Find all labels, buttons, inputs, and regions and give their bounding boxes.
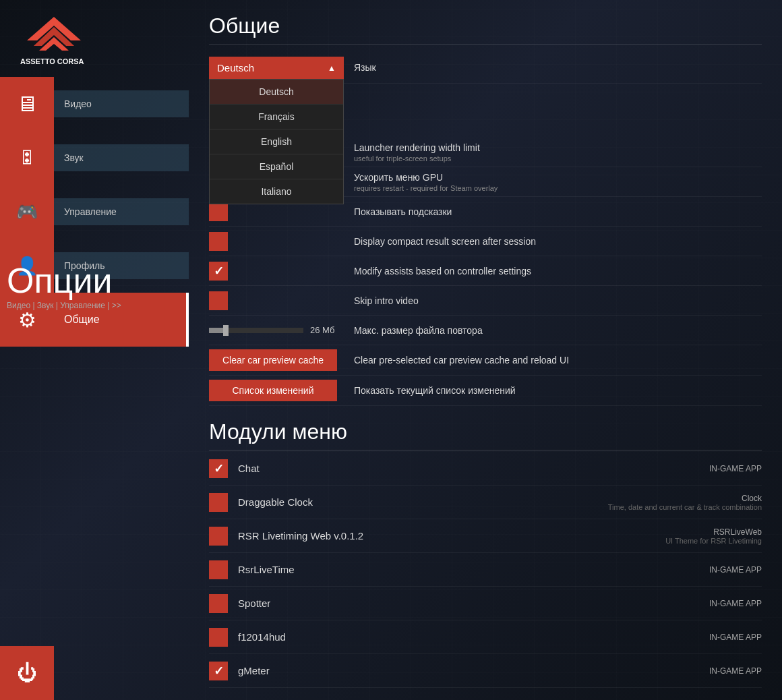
options-section: Опции Видео | Звук | Управление | >> — [7, 263, 121, 310]
replay-slider-fill — [209, 328, 223, 333]
module-checkbox-rsr-live[interactable] — [209, 560, 228, 579]
clear-cache-control: Clear car preview cache — [209, 349, 344, 371]
sidebar: ASSETTO CORSA 🖥 Видео 🎛 Звук 🎮 Управлени… — [0, 0, 189, 700]
language-row: Deutsch ▲ Deutsch Français English Españ… — [209, 51, 762, 84]
dropdown-header[interactable]: Deutsch ▲ — [209, 57, 344, 79]
clear-cache-button[interactable]: Clear car preview cache — [209, 349, 337, 371]
changelog-button[interactable]: Список изменений — [209, 380, 337, 401]
module-row-rsr-live: RsrLiveTime IN-GAME APP — [209, 553, 762, 587]
replay-slider-thumb[interactable] — [223, 325, 229, 336]
skip-intro-label: Skip intro video — [354, 295, 762, 306]
replay-slider-track[interactable] — [209, 328, 303, 333]
video-icon-box[interactable]: 🖥 — [0, 77, 54, 131]
modify-assists-row: Modify assists based on controller setti… — [209, 256, 762, 286]
module-name-clock: Draggable Clock — [238, 496, 598, 508]
replay-size-row: 26 Мб Макс. размер файла повтора — [209, 316, 762, 345]
module-tag-rsr-live: IN-GAME APP — [709, 565, 762, 575]
compact-result-checkbox[interactable] — [209, 232, 228, 251]
controls-label[interactable]: Управление — [54, 198, 189, 225]
module-name-rsr-web: RSR Livetiming Web v.0.1.2 — [238, 530, 655, 542]
sound-icon-box[interactable]: 🎛 — [0, 131, 54, 185]
modules-section-title: Модули меню — [209, 419, 762, 450]
module-row-gmeter: gMeter IN-GAME APP — [209, 654, 762, 688]
skip-intro-control — [209, 291, 344, 310]
modify-assists-control — [209, 262, 344, 281]
module-tag-f12014: IN-GAME APP — [709, 633, 762, 642]
replay-size-label: Макс. размер файла повтора — [354, 325, 762, 336]
main-content: Общие Deutsch ▲ Deutsch Français English… — [189, 0, 782, 700]
modify-assists-label: Modify assists based on controller setti… — [354, 266, 762, 276]
module-row-clock: Draggable Clock Clock Time, date and cur… — [209, 486, 762, 519]
module-tag-rsr-web: RSRLiveWeb UI Theme for RSR Livetiming — [665, 527, 762, 545]
module-checkbox-f12014[interactable] — [209, 628, 228, 647]
options-title: Опции — [7, 263, 121, 298]
chevron-up-icon: ▲ — [328, 63, 336, 73]
assetto-corsa-logo: ASSETTO CORSA — [13, 13, 94, 67]
replay-slider-value: 26 Мб — [310, 325, 344, 335]
compact-result-label: Display compact result screen after sess… — [354, 236, 762, 247]
lang-option-english[interactable]: English — [210, 129, 343, 154]
lang-option-italiano[interactable]: Italiano — [210, 179, 343, 204]
show-hints-checkbox[interactable] — [209, 202, 228, 221]
module-tag-chat: IN-GAME APP — [709, 464, 762, 473]
clear-cache-row: Clear car preview cache Clear pre-select… — [209, 345, 762, 376]
modify-assists-checkbox[interactable] — [209, 262, 228, 281]
module-row-chat: Chat IN-GAME APP — [209, 452, 762, 486]
language-control: Deutsch ▲ Deutsch Français English Españ… — [209, 57, 344, 79]
logo-area: ASSETTO CORSA — [0, 0, 189, 77]
clear-cache-desc: Clear pre-selected car preview cache and… — [354, 355, 762, 366]
video-label[interactable]: Видео — [54, 90, 189, 117]
lang-option-deutsch[interactable]: Deutsch — [210, 80, 343, 105]
sound-icon: 🎛 — [19, 148, 35, 167]
module-checkbox-gmeter[interactable] — [209, 662, 228, 680]
module-row-spotter: Spotter IN-GAME APP — [209, 587, 762, 620]
changelog-desc: Показать текущий список изменений — [354, 385, 762, 396]
sound-label[interactable]: Звук — [54, 144, 189, 171]
module-name-gmeter: gMeter — [238, 665, 699, 676]
dropdown-selected: Deutsch — [217, 62, 254, 74]
options-breadcrumb: Видео | Звук | Управление | >> — [7, 301, 121, 310]
module-tag-clock: Clock Time, date and current car & track… — [608, 494, 762, 511]
module-row-f12014: f12014hud IN-GAME APP — [209, 620, 762, 654]
module-name-spotter: Spotter — [238, 597, 699, 609]
show-hints-label: Показывать подсказки — [354, 206, 762, 217]
power-icon: ⏻ — [17, 662, 37, 684]
power-icon-box[interactable]: ⏻ — [0, 646, 54, 700]
changelog-row: Список изменений Показать текущий список… — [209, 376, 762, 406]
controls-icon-box[interactable]: 🎮 — [0, 185, 54, 239]
lang-option-francais[interactable]: Français — [210, 105, 343, 129]
language-dropdown-list: Deutsch Français English Español Italian… — [209, 79, 344, 204]
replay-slider-container: 26 Мб — [209, 325, 344, 335]
module-tag-gmeter: IN-GAME APP — [709, 666, 762, 676]
launcher-rendering-label: Launcher rendering width limit useful fo… — [354, 142, 762, 163]
svg-text:ASSETTO CORSA: ASSETTO CORSA — [20, 57, 84, 65]
compact-result-control — [209, 232, 344, 251]
show-hints-control — [209, 202, 344, 221]
module-name-f12014: f12014hud — [238, 631, 699, 643]
module-name-chat: Chat — [238, 463, 699, 474]
compact-result-row: Display compact result screen after sess… — [209, 227, 762, 256]
general-section-title: Общие — [209, 13, 762, 45]
sidebar-item-power[interactable]: ⏻ — [0, 646, 54, 700]
lang-option-espanol[interactable]: Español — [210, 154, 343, 179]
module-checkbox-chat[interactable] — [209, 459, 228, 478]
module-checkbox-rsr-web[interactable] — [209, 527, 228, 546]
gear-icon: ⚙ — [18, 308, 36, 332]
replay-size-control: 26 Мб — [209, 325, 344, 335]
module-tag-spotter: IN-GAME APP — [709, 599, 762, 608]
controls-icon: 🎮 — [16, 202, 38, 223]
video-icon: 🖥 — [16, 92, 38, 117]
language-dropdown[interactable]: Deutsch ▲ Deutsch Français English Españ… — [209, 57, 344, 79]
changelog-control: Список изменений — [209, 380, 344, 401]
gpu-menu-label: Ускорить меню GPU requires restart - req… — [354, 172, 762, 192]
sidebar-item-video[interactable]: 🖥 Видео — [0, 77, 189, 131]
module-name-rsr-live: RsrLiveTime — [238, 564, 699, 575]
skip-intro-checkbox[interactable] — [209, 291, 228, 310]
settings-area: Deutsch ▲ Deutsch Français English Españ… — [209, 51, 762, 406]
module-checkbox-spotter[interactable] — [209, 594, 228, 613]
sidebar-item-controls[interactable]: 🎮 Управление — [0, 185, 189, 239]
sidebar-item-sound[interactable]: 🎛 Звук — [0, 131, 189, 185]
active-indicator — [186, 293, 189, 347]
skip-intro-row: Skip intro video — [209, 286, 762, 316]
module-checkbox-clock[interactable] — [209, 493, 228, 512]
